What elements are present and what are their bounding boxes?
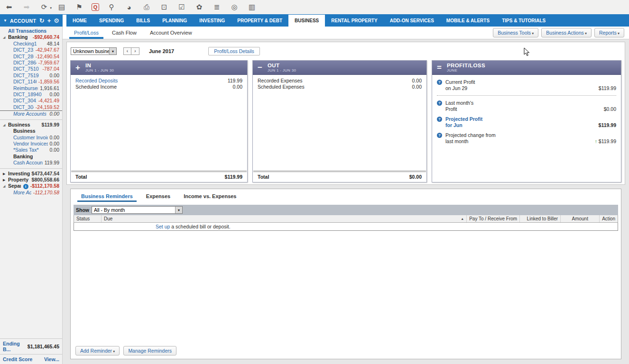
expand-arrow-icon[interactable] xyxy=(3,34,8,40)
profit-loss-row-label[interactable]: Last month's Profit xyxy=(445,100,473,112)
expand-arrow-icon[interactable] xyxy=(3,122,8,128)
header-dropdown-button[interactable]: Business Tools xyxy=(493,28,538,37)
nav-tab[interactable]: PROPERTY & DEBT xyxy=(231,15,288,27)
find-icon[interactable]: ⚲ xyxy=(106,2,117,12)
in-row-label[interactable]: Recorded Deposits xyxy=(75,78,118,84)
reminders-tab[interactable]: Expenses xyxy=(139,191,177,202)
one-step-update-icon[interactable]: ⟳ xyxy=(39,2,49,12)
collapse-accounts-icon[interactable]: ▼ xyxy=(3,18,7,23)
info-icon[interactable]: i xyxy=(23,184,28,189)
sidebar-account-row[interactable]: Business i xyxy=(0,128,62,134)
ending-balance-label[interactable]: Ending B... xyxy=(3,341,28,352)
sidebar-account-row[interactable]: More Accounts i 0.00 xyxy=(0,111,62,117)
credit-score-view-link[interactable]: View... xyxy=(44,356,59,362)
sidebar-account-row[interactable]: *Sales Tax* i 0.00 xyxy=(0,147,62,153)
nav-tab[interactable]: BUSINESS xyxy=(288,15,325,27)
reports-icon[interactable]: ◕ xyxy=(124,2,134,12)
sub-tab[interactable]: Account Overview xyxy=(143,27,199,39)
profit-loss-row-label[interactable]: Current Profit on Jun 29 xyxy=(445,79,475,91)
nav-tab[interactable]: INVESTING xyxy=(193,15,231,27)
sidebar-account-row[interactable]: Customer Invoices i 0.00 xyxy=(0,135,62,141)
sidebar-account-row[interactable]: Banking i xyxy=(0,154,62,160)
sidebar-account-row[interactable]: Checking1 i 48.14 xyxy=(0,41,62,47)
table-header-cell[interactable]: Amount ▲ xyxy=(561,215,600,222)
quicken-mobile-icon[interactable]: Q xyxy=(92,3,99,11)
table-header-cell[interactable]: Status ▲ xyxy=(74,215,102,222)
reminders-tab[interactable]: Income vs. Expenses xyxy=(177,191,243,202)
sub-tab[interactable]: Profit/Loss xyxy=(67,27,105,39)
nav-tab[interactable]: ADD-ON SERVICES xyxy=(384,15,440,27)
back-icon[interactable]: ⬅ xyxy=(4,2,14,12)
prev-month-button[interactable]: ‹ xyxy=(123,47,131,55)
sidebar-account-row[interactable]: Reimburseme... i 1,916.61 xyxy=(0,85,62,91)
in-row-label[interactable]: Scheduled Income xyxy=(75,84,117,90)
profit-loss-details-button[interactable]: Profit/Loss Details xyxy=(208,47,260,55)
sidebar-account-row[interactable]: DICT_18940 i 0.00 xyxy=(0,91,62,98)
sidebar-account-row[interactable]: Vendor Invoices i 0.00 xyxy=(0,141,62,147)
investments-icon[interactable]: ✿ xyxy=(194,2,204,12)
sidebar-account-row[interactable]: DICT_11469 i -1,859.56 xyxy=(0,79,62,85)
help-icon[interactable]: ? xyxy=(437,100,442,106)
help-icon[interactable]: ? xyxy=(437,80,442,85)
credit-score-label[interactable]: Credit Score xyxy=(3,356,32,362)
sidebar-account-row[interactable]: All Transactions i xyxy=(0,28,62,34)
reminder-action-button[interactable]: Add Reminder xyxy=(75,346,120,355)
refresh-accounts-icon[interactable]: ↻ xyxy=(39,17,45,24)
nav-tab[interactable]: HOME xyxy=(66,15,93,27)
profit-loss-row-label[interactable]: Projected Profit for Jun xyxy=(445,116,482,128)
dropdown-arrow-icon[interactable]: ▼ xyxy=(175,207,182,213)
nav-tab[interactable]: BILLS xyxy=(130,15,156,27)
table-header-cell[interactable]: Due ▲ xyxy=(102,215,467,222)
forward-icon[interactable]: ➡ xyxy=(21,2,32,12)
add-account-icon[interactable]: + xyxy=(47,17,51,24)
bill-pay-icon[interactable]: ☑ xyxy=(176,2,187,12)
register-icon[interactable]: ▤ xyxy=(56,2,67,12)
sidebar-account-row[interactable]: DICT_30412 i -4,421.49 xyxy=(0,98,62,104)
header-dropdown-button[interactable]: Business Actions xyxy=(541,28,592,37)
sidebar-account-row[interactable]: DICT_7519 i 0.00 xyxy=(0,73,62,79)
profit-loss-row-label[interactable]: Projected change from last month xyxy=(445,132,496,144)
sidebar-account-row[interactable]: DICT_28643 i -7,959.67 xyxy=(0,60,62,66)
expand-arrow-icon[interactable] xyxy=(3,183,8,189)
table-header-cell[interactable]: Linked to Biller ▲ xyxy=(520,215,561,222)
sidebar-account-row[interactable]: DICT_30436 i -24,159.52 xyxy=(0,104,62,111)
sidebar-account-row[interactable]: Cash Account i 119.99 xyxy=(0,160,62,166)
nav-tab[interactable]: RENTAL PROPERTY xyxy=(325,15,383,27)
sidebar-account-row[interactable]: Business i $119.99 xyxy=(0,119,62,128)
nav-tab[interactable]: MOBILE & ALERTS xyxy=(440,15,496,27)
dropdown-arrow-icon[interactable]: ▼ xyxy=(109,48,116,55)
sidebar-account-row[interactable]: Property & Debt i $800,558.66 xyxy=(0,177,62,183)
set-up-link[interactable]: Set up xyxy=(156,224,170,229)
tasks-icon[interactable]: ≣ xyxy=(212,2,222,12)
reminders-tab[interactable]: Business Reminders xyxy=(74,191,139,202)
accounts-settings-icon[interactable]: ⚙ xyxy=(54,17,59,24)
expand-arrow-icon[interactable] xyxy=(3,171,8,177)
table-header-cell[interactable]: Action ▲ xyxy=(600,215,618,222)
business-select[interactable]: Unknown business ▼ xyxy=(71,47,117,55)
print-icon[interactable]: ⎙ xyxy=(141,2,152,12)
next-month-button[interactable]: › xyxy=(131,47,139,55)
expand-arrow-icon[interactable] xyxy=(3,177,8,183)
contacts-icon[interactable]: ▥ xyxy=(247,2,257,12)
out-row-label[interactable]: Recorded Expenses xyxy=(258,78,303,84)
sidebar-account-row[interactable]: More Accounts i -112,170.58 xyxy=(0,190,62,196)
nav-tab[interactable]: PLANNING xyxy=(156,15,193,27)
desktop-icon[interactable]: ⊡ xyxy=(159,2,169,12)
out-row-label[interactable]: Scheduled Expenses xyxy=(258,84,305,90)
nav-tab[interactable]: SPENDING xyxy=(93,15,130,27)
help-icon[interactable]: ? xyxy=(437,133,442,138)
header-dropdown-button[interactable]: Reports xyxy=(594,28,624,37)
sidebar-account-row[interactable]: DICT_7510 i -787.04 xyxy=(0,66,62,72)
sidebar-account-row[interactable]: DICT_23132 i -42,947.67 xyxy=(0,47,62,53)
sub-tab[interactable]: Cash Flow xyxy=(105,27,143,39)
services-icon[interactable]: ◎ xyxy=(229,2,240,12)
reminder-action-button[interactable]: Manage Reminders xyxy=(123,346,176,355)
sidebar-account-row[interactable]: Separate i -$112,170.58 xyxy=(0,183,62,189)
sidebar-account-row[interactable]: Banking i -$92,660.74 xyxy=(0,34,62,40)
sidebar-account-row[interactable]: DICT_28646 i -12,490.54 xyxy=(0,54,62,60)
show-select[interactable]: All - By month ▼ xyxy=(92,206,183,214)
nav-tab[interactable]: TIPS & TUTORIALS xyxy=(496,15,552,27)
alerts-icon[interactable]: ⚑ xyxy=(74,2,84,12)
help-icon[interactable]: ? xyxy=(437,117,442,122)
sidebar-account-row[interactable]: Investing i $473,447.54 xyxy=(0,168,62,177)
